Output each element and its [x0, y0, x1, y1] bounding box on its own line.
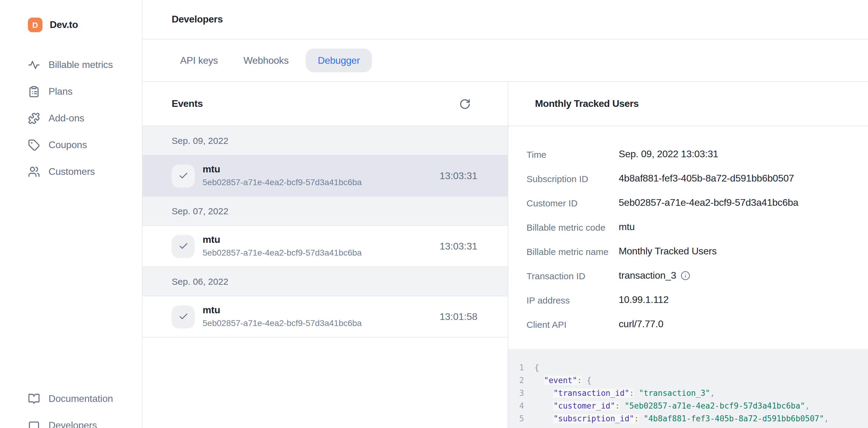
line-number: 4	[519, 399, 528, 412]
event-customer-id: 5eb02857-a71e-4ea2-bcf9-57d3a41bc6ba	[203, 317, 432, 329]
info-icon[interactable]	[681, 271, 690, 281]
field-value: Sep. 09, 2022 13:03:31	[619, 149, 718, 160]
main-area: Developers API keysWebhooksDebugger Even…	[143, 0, 868, 428]
events-panel: Events Sep. 09, 2022mtu5eb02857-a71e-4ea…	[143, 82, 508, 428]
code-line: 3 "transaction_id": "transaction_3",	[519, 387, 868, 399]
sidebar-item-label: Documentation	[49, 393, 113, 404]
event-time: 13:03:31	[439, 241, 477, 252]
sidebar-item-coupons[interactable]: Coupons	[0, 132, 142, 159]
sidebar-nav: Billable metricsPlansAdd-onsCouponsCusto…	[0, 52, 142, 185]
sidebar-bottom-nav: DocumentationDevelopers	[0, 386, 142, 428]
event-received-check-icon	[172, 305, 195, 328]
detail-field-client-api: Client APIcurl/7.77.0	[527, 312, 868, 336]
events-title: Events	[172, 98, 203, 109]
line-number: 2	[519, 374, 528, 387]
detail-panel-header: Monthly Tracked Users	[508, 82, 868, 126]
tag-icon	[28, 139, 40, 151]
event-row[interactable]: mtu5eb02857-a71e-4ea2-bcf9-57d3a41bc6ba1…	[143, 155, 508, 197]
event-date-separator: Sep. 09, 2022	[143, 126, 508, 155]
line-number: 3	[519, 387, 528, 399]
field-label: Billable metric code	[527, 222, 619, 232]
tab-debugger[interactable]: Debugger	[306, 49, 372, 72]
sidebar-item-developers[interactable]: Developers	[0, 412, 142, 428]
clipboard-icon	[28, 86, 40, 98]
app-window: D Dev.to Billable metricsPlansAdd-onsCou…	[0, 0, 868, 428]
users-icon	[28, 166, 40, 178]
line-number: 5	[519, 412, 528, 425]
event-customer-id: 5eb02857-a71e-4ea2-bcf9-57d3a41bc6ba	[203, 177, 432, 188]
event-date-separator: Sep. 07, 2022	[143, 197, 508, 226]
field-label: Billable metric name	[527, 246, 619, 256]
page-title: Developers	[172, 14, 223, 25]
event-detail-panel: Monthly Tracked Users TimeSep. 09, 2022 …	[508, 82, 868, 428]
code-line: 2 "event": {	[519, 374, 868, 387]
field-value: 4b8af881-fef3-405b-8a72-d591bb6b0507	[619, 173, 794, 184]
sidebar-item-label: Coupons	[49, 140, 87, 150]
sidebar-item-add-ons[interactable]: Add-ons	[0, 105, 142, 132]
sidebar: D Dev.to Billable metricsPlansAdd-onsCou…	[0, 0, 143, 428]
event-received-check-icon	[172, 164, 195, 187]
code-line: 4 "customer_id": "5eb02857-a71e-4ea2-bcf…	[519, 399, 868, 412]
sidebar-item-label: Add-ons	[49, 113, 84, 124]
book-icon	[28, 393, 40, 405]
tab-webhooks[interactable]: Webhooks	[235, 49, 297, 72]
field-value: transaction_3	[619, 270, 690, 281]
event-detail-fields: TimeSep. 09, 2022 13:03:31Subscription I…	[508, 126, 868, 336]
sidebar-item-label: Plans	[49, 86, 72, 97]
event-row[interactable]: mtu5eb02857-a71e-4ea2-bcf9-57d3a41bc6ba1…	[143, 296, 508, 338]
sidebar-item-label: Customers	[49, 166, 95, 177]
detail-field-transaction-id: Transaction IDtransaction_3	[527, 263, 868, 288]
tab-bar: API keysWebhooksDebugger	[143, 39, 868, 82]
sidebar-item-documentation[interactable]: Documentation	[0, 386, 142, 412]
refresh-icon	[459, 98, 470, 110]
window-icon	[28, 420, 40, 428]
detail-field-ip-address: IP address10.99.1.112	[527, 288, 868, 312]
tab-api-keys[interactable]: API keys	[172, 49, 226, 72]
field-value: Monthly Tracked Users	[619, 246, 717, 257]
detail-field-customer-id: Customer ID5eb02857-a71e-4ea2-bcf9-57d3a…	[527, 191, 868, 215]
detail-field-time: TimeSep. 09, 2022 13:03:31	[527, 142, 868, 166]
field-value: curl/7.77.0	[619, 319, 663, 330]
event-time: 13:01:58	[439, 311, 477, 322]
puzzle-icon	[28, 112, 40, 124]
event-detail-title: Monthly Tracked Users	[535, 98, 639, 109]
sidebar-item-label: Billable metrics	[49, 59, 113, 70]
event-code: mtu	[203, 163, 432, 175]
detail-field-subscription-id: Subscription ID4b8af881-fef3-405b-8a72-d…	[527, 166, 868, 191]
events-list: Sep. 09, 2022mtu5eb02857-a71e-4ea2-bcf9-…	[143, 126, 508, 338]
event-date-separator: Sep. 06, 2022	[143, 267, 508, 296]
event-payload-code: 1{2 "event": {3 "transaction_id": "trans…	[508, 349, 868, 428]
detail-field-billable-metric-name: Billable metric nameMonthly Tracked User…	[527, 239, 868, 263]
content: Events Sep. 09, 2022mtu5eb02857-a71e-4ea…	[143, 82, 868, 428]
page-header: Developers	[143, 0, 868, 39]
field-value: 5eb02857-a71e-4ea2-bcf9-57d3a41bc6ba	[619, 197, 798, 208]
field-value: mtu	[619, 222, 635, 232]
pulse-icon	[28, 59, 40, 71]
refresh-button[interactable]	[457, 96, 472, 111]
event-code: mtu	[203, 234, 432, 246]
line-number: 1	[519, 361, 528, 374]
sidebar-item-label: Developers	[49, 420, 97, 428]
workspace-switcher[interactable]: D Dev.to	[0, 0, 142, 32]
field-label: Customer ID	[527, 198, 619, 208]
field-label: Client API	[527, 319, 619, 329]
sidebar-item-plans[interactable]: Plans	[0, 78, 142, 105]
sidebar-item-billable-metrics[interactable]: Billable metrics	[0, 52, 142, 78]
field-label: Transaction ID	[527, 270, 619, 281]
detail-field-billable-metric-code: Billable metric codemtu	[527, 215, 868, 239]
sidebar-item-customers[interactable]: Customers	[0, 159, 142, 185]
code-line: 5 "subscription_id": "4b8af881-fef3-405b…	[519, 412, 868, 425]
code-line: 1{	[519, 361, 868, 374]
event-code: mtu	[203, 304, 432, 316]
event-customer-id: 5eb02857-a71e-4ea2-bcf9-57d3a41bc6ba	[203, 247, 432, 259]
brand-name: Dev.to	[50, 20, 78, 30]
field-label: Subscription ID	[527, 173, 619, 183]
events-panel-header: Events	[143, 82, 508, 126]
event-received-check-icon	[172, 235, 195, 258]
event-row[interactable]: mtu5eb02857-a71e-4ea2-bcf9-57d3a41bc6ba1…	[143, 226, 508, 267]
brand-logo-icon: D	[28, 18, 42, 32]
field-value: 10.99.1.112	[619, 294, 669, 305]
field-label: IP address	[527, 295, 619, 305]
field-label: Time	[527, 149, 619, 159]
event-time: 13:03:31	[439, 170, 477, 181]
